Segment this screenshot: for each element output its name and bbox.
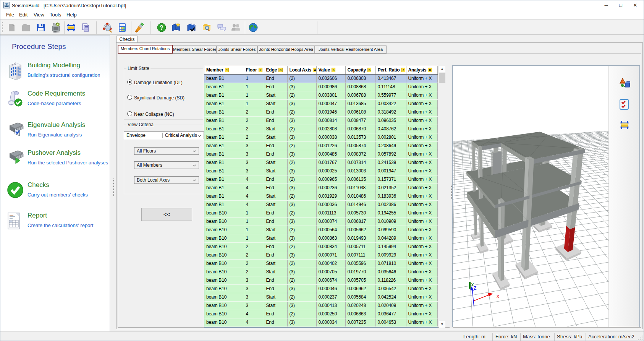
svg-text:?: ?	[160, 24, 163, 31]
svg-text:Z: Z	[474, 286, 476, 291]
svg-text:X: X	[496, 294, 500, 299]
svg-text:Y: Y	[471, 282, 474, 287]
